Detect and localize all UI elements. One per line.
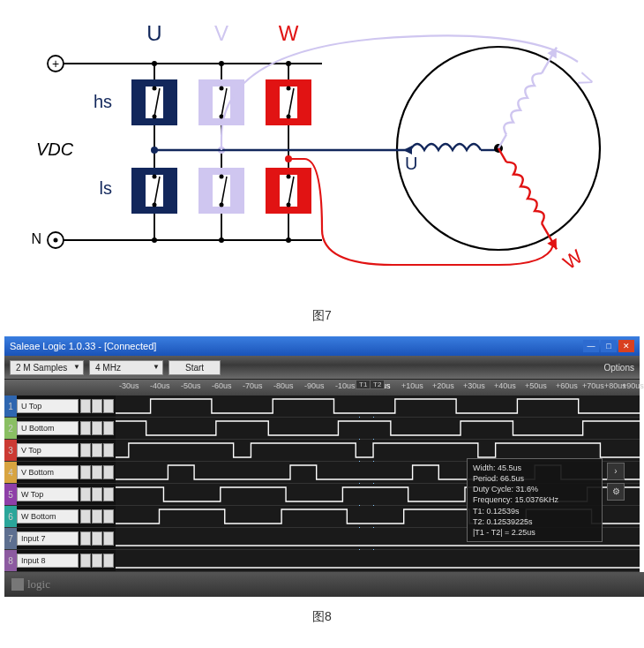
channel-name-input[interactable]: W Top xyxy=(17,487,79,501)
logic-analyzer-window: Saleae Logic 1.0.33 - [Connected] — □ ✕ … xyxy=(4,336,640,597)
phase-v-label: V xyxy=(214,21,228,45)
svg-point-17 xyxy=(220,87,224,91)
svg-point-2 xyxy=(54,238,58,243)
time-tick: -60us xyxy=(212,381,232,390)
rate-dropdown[interactable]: 4 MHz xyxy=(89,360,163,375)
time-tick: +70us xyxy=(582,381,604,390)
time-tick: -70us xyxy=(243,381,263,390)
channel-trigger-buttons[interactable] xyxy=(79,443,116,457)
channel-name-input[interactable]: W Bottom xyxy=(17,509,79,524)
meas-freq: Frequency: 15.0376KHz xyxy=(473,494,596,505)
channel-name-input[interactable]: Input 8 xyxy=(17,554,79,568)
samples-dropdown[interactable]: 2 M Samples xyxy=(10,360,84,375)
meas-t1: T1: 0.12539s xyxy=(473,506,596,516)
waveform-input8[interactable] xyxy=(116,550,640,571)
channel-trigger-buttons[interactable] xyxy=(79,399,116,413)
window-close-button[interactable]: ✕ xyxy=(618,340,634,352)
logo-icon xyxy=(11,578,24,591)
channel-name-input[interactable]: Input 7 xyxy=(17,531,79,546)
switch-v-hs xyxy=(198,79,244,125)
panel-settings-button[interactable]: ⚙ xyxy=(607,483,625,501)
channel-row: 8 Input 8 xyxy=(4,550,640,572)
watermark-brand: 电子发烧友 xyxy=(558,599,632,611)
channel-index: 2 xyxy=(4,418,17,439)
svg-point-11 xyxy=(153,115,157,119)
time-tick: -10us xyxy=(335,381,356,390)
svg-point-44 xyxy=(152,237,157,243)
svg-point-22 xyxy=(287,87,291,91)
waveform-u-top[interactable] xyxy=(116,396,640,417)
channel-trigger-buttons[interactable] xyxy=(79,487,116,501)
start-button[interactable]: Start xyxy=(168,360,221,375)
vdc-label: VDC xyxy=(36,139,74,159)
svg-point-37 xyxy=(287,175,291,179)
channel-row: 1 U Top xyxy=(4,396,640,418)
channel-name-input[interactable]: U Top xyxy=(17,399,79,413)
switch-w-hs xyxy=(266,79,311,125)
switch-u-hs xyxy=(131,79,177,125)
motor-v-label: V xyxy=(573,70,599,90)
channel-index: 7 xyxy=(4,528,17,549)
channel-trigger-buttons[interactable] xyxy=(79,465,116,479)
window-title: Saleae Logic 1.0.33 - [Connected] xyxy=(10,341,583,351)
channel-trigger-buttons[interactable] xyxy=(79,554,116,568)
switch-u-ls xyxy=(131,168,177,214)
time-tick: +60us xyxy=(556,381,578,390)
footer-logo-text: logic xyxy=(27,577,50,591)
meas-width: Width: 45.5us xyxy=(473,463,596,473)
svg-point-46 xyxy=(286,237,291,243)
channel-trigger-buttons[interactable] xyxy=(79,531,116,546)
window-titlebar[interactable]: Saleae Logic 1.0.33 - [Connected] — □ ✕ xyxy=(4,336,640,356)
phase-u-label: U xyxy=(146,21,161,45)
measurement-panel[interactable]: Width: 45.5us Period: 66.5us Duty Cycle:… xyxy=(467,458,603,542)
options-link[interactable]: Options xyxy=(604,363,634,373)
motor-u-label: U xyxy=(405,154,417,173)
channel-index: 5 xyxy=(4,484,17,505)
svg-point-42 xyxy=(219,61,224,66)
time-tick: -30us xyxy=(119,381,139,390)
switch-v-ls xyxy=(198,168,244,214)
svg-point-21 xyxy=(287,115,291,119)
channel-index: 1 xyxy=(4,396,17,417)
t1-marker[interactable]: T1 xyxy=(356,380,371,389)
channel-trigger-buttons[interactable] xyxy=(79,509,116,524)
watermark: ✎ 电子发烧友 www.elecfans.com xyxy=(534,577,632,637)
meas-delta: |T1 - T2| = 2.25us xyxy=(473,527,596,538)
toolbar: 2 M Samples 4 MHz Start Options xyxy=(4,356,640,380)
time-tick: -50us xyxy=(181,381,201,390)
switch-w-ls xyxy=(266,168,311,214)
t2-marker[interactable]: T2 xyxy=(370,380,385,389)
channel-index: 4 xyxy=(4,462,17,483)
motor-w-label: W xyxy=(559,245,588,275)
hs-row-label: hs xyxy=(94,92,112,111)
channel-name-input[interactable]: V Bottom xyxy=(17,465,79,479)
channels-area: 1 U Top 2 U Bottom 3 V Top 4 V Bottom xyxy=(4,396,640,572)
svg-point-27 xyxy=(153,175,157,179)
meas-duty: Duty Cycle: 31.6% xyxy=(473,484,596,494)
waveform-u-bottom[interactable] xyxy=(116,418,640,439)
supply-neg-label: N xyxy=(31,231,41,246)
svg-point-26 xyxy=(153,203,157,207)
svg-point-45 xyxy=(219,237,224,243)
panel-expand-button[interactable]: › xyxy=(607,463,625,480)
meas-t2: T2: 0.12539225s xyxy=(473,516,596,527)
time-tick: +10us xyxy=(401,381,423,390)
channel-trigger-buttons[interactable] xyxy=(79,421,116,435)
time-tick: +20us xyxy=(432,381,454,390)
window-maximize-button[interactable]: □ xyxy=(601,340,617,352)
channel-name-input[interactable]: U Bottom xyxy=(17,421,79,435)
channel-index: 8 xyxy=(4,550,17,571)
timeline-header[interactable]: -30us -40us -50us -60us -70us -80us -90u… xyxy=(4,380,640,396)
figure7-caption: 图7 xyxy=(0,296,644,336)
time-tick: +30us xyxy=(463,381,485,390)
svg-point-32 xyxy=(220,175,224,179)
svg-point-12 xyxy=(153,87,157,91)
phase-w-label: W xyxy=(279,21,299,45)
time-tick: +40us xyxy=(494,381,516,390)
window-minimize-button[interactable]: — xyxy=(583,340,599,352)
channel-index: 3 xyxy=(4,440,17,461)
meas-period: Period: 66.5us xyxy=(473,473,596,484)
time-tick: -90us xyxy=(304,381,325,390)
channel-name-input[interactable]: V Top xyxy=(17,443,79,457)
channel-index: 6 xyxy=(4,506,17,527)
